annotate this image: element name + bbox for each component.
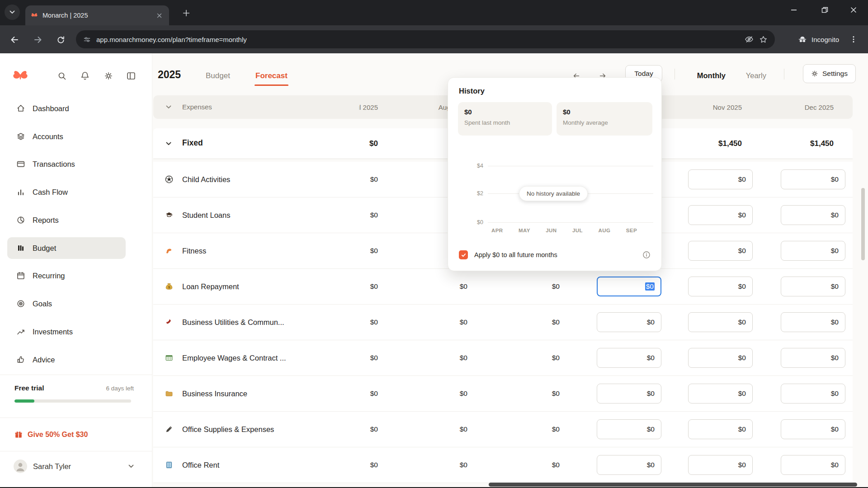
budget-input-dec[interactable]: $0 xyxy=(781,348,845,368)
budget-input-oct[interactable]: $0 xyxy=(597,455,661,475)
budget-input-oct[interactable]: $0 xyxy=(597,312,661,332)
sidebar-item-reports[interactable]: Reports xyxy=(7,209,126,231)
settings-button[interactable]: Settings xyxy=(803,64,856,83)
table-row-office-supplies: Office Supplies & Expenses $0 $0 $0 $0 $… xyxy=(153,412,853,447)
sidebar-item-advice[interactable]: Advice xyxy=(7,349,126,371)
new-tab-button[interactable] xyxy=(180,7,193,19)
stat-label: Monthly average xyxy=(563,119,646,126)
horizontal-scrollbar-thumb[interactable] xyxy=(489,483,857,487)
sidebar-toggle-icon[interactable] xyxy=(126,70,137,81)
apply-checkbox-checked[interactable] xyxy=(459,250,468,259)
sidebar-item-label: Cash Flow xyxy=(33,188,68,197)
gear-icon[interactable] xyxy=(103,70,114,81)
collapse-expenses-chevron-icon[interactable] xyxy=(166,105,171,109)
cell-jul: $0 xyxy=(370,389,378,398)
budget-input-nov[interactable]: $0 xyxy=(688,169,753,189)
budget-input-nov[interactable]: $0 xyxy=(688,419,753,439)
cell-aug: $0 xyxy=(460,461,467,469)
cell-jul: $0 xyxy=(370,318,378,326)
window-restore-button[interactable] xyxy=(812,0,837,20)
incognito-badge: Incognito xyxy=(797,25,839,53)
sidebar-item-investments[interactable]: Investments xyxy=(7,321,126,343)
url-text: app.monarchmoney.com/plan?timeframe=mont… xyxy=(96,36,739,43)
search-icon[interactable] xyxy=(57,70,67,81)
budget-input-dec[interactable]: $0 xyxy=(781,277,845,296)
info-icon[interactable] xyxy=(642,251,651,259)
budget-input-oct[interactable]: $0 xyxy=(597,419,661,439)
forward-button[interactable] xyxy=(33,34,43,45)
tab-search-button[interactable] xyxy=(5,5,20,20)
notifications-bell-icon[interactable] xyxy=(80,70,90,81)
divider xyxy=(0,451,152,451)
budget-input-oct-focused[interactable]: $0 xyxy=(597,277,661,296)
pie-chart-icon xyxy=(16,216,25,225)
cell-value: $0 xyxy=(647,389,655,398)
reload-button[interactable] xyxy=(55,34,66,45)
budget-input-nov[interactable]: $0 xyxy=(688,455,753,475)
user-chevron-down-icon[interactable] xyxy=(128,465,134,468)
budget-input-dec[interactable]: $0 xyxy=(781,384,845,404)
budget-input-nov[interactable]: $0 xyxy=(688,312,753,332)
cell-value: $0 xyxy=(647,461,655,469)
cell-aug: $0 xyxy=(460,282,467,291)
browser-menu-button[interactable] xyxy=(848,34,859,45)
x-tick: MAY xyxy=(519,228,530,233)
x-tick: AUG xyxy=(598,228,610,233)
budget-input-dec[interactable]: $0 xyxy=(781,455,845,475)
eye-off-icon[interactable] xyxy=(745,35,754,44)
y-tick: $0 xyxy=(462,219,483,225)
site-settings-icon[interactable] xyxy=(83,36,91,43)
cell-jul: $0 xyxy=(370,175,378,183)
sidebar-item-accounts[interactable]: Accounts xyxy=(7,126,126,147)
sidebar-item-recurring[interactable]: Recurring xyxy=(7,265,126,286)
bookmark-star-icon[interactable] xyxy=(759,35,768,44)
table-row-business-insurance: Business Insurance $0 $0 $0 $0 $0 $0 xyxy=(153,376,853,412)
cell-jul: $0 xyxy=(370,461,378,469)
address-bar[interactable]: app.monarchmoney.com/plan?timeframe=mont… xyxy=(76,30,775,48)
sidebar-item-label: Accounts xyxy=(33,132,63,141)
budget-input-nov[interactable]: $0 xyxy=(688,384,753,404)
budget-input-dec[interactable]: $0 xyxy=(781,312,845,332)
collapse-fixed-chevron-icon[interactable] xyxy=(166,142,171,145)
sidebar-item-transactions[interactable]: Transactions xyxy=(7,153,126,175)
trend-up-icon xyxy=(16,327,25,336)
user-menu[interactable]: Sarah Tyler xyxy=(14,458,71,474)
trial-info: Free trial 6 days left xyxy=(14,384,134,392)
back-button[interactable] xyxy=(9,34,20,45)
budget-input-nov[interactable]: $0 xyxy=(688,241,753,261)
browser-tabstrip: Monarch | 2025 xyxy=(0,0,868,25)
cell-aug: $0 xyxy=(460,318,467,326)
sidebar-item-budget[interactable]: Budget xyxy=(7,237,126,259)
pen-icon xyxy=(165,425,173,433)
view-toggle-monthly[interactable]: Monthly xyxy=(697,71,726,80)
budget-input-nov[interactable]: $0 xyxy=(688,205,753,225)
tab-budget[interactable]: Budget xyxy=(206,71,230,80)
cell-sep: $0 xyxy=(552,282,560,291)
y-tick: $4 xyxy=(462,163,483,169)
window-minimize-button[interactable] xyxy=(781,0,807,20)
budget-input-nov[interactable]: $0 xyxy=(688,277,753,296)
tab-forecast[interactable]: Forecast xyxy=(255,71,288,80)
x-tick: JUN xyxy=(546,228,557,233)
referral-label: Give 50% Get $30 xyxy=(28,431,88,439)
budget-input-dec[interactable]: $0 xyxy=(781,205,845,225)
sidebar-item-cash-flow[interactable]: Cash Flow xyxy=(7,181,126,203)
window-close-button[interactable] xyxy=(839,0,868,20)
referral-link[interactable]: Give 50% Get $30 xyxy=(14,426,88,444)
category-name: Business Insurance xyxy=(182,389,247,398)
budget-input-dec[interactable]: $0 xyxy=(781,169,845,189)
budget-input-nov[interactable]: $0 xyxy=(688,348,753,368)
budget-input-oct[interactable]: $0 xyxy=(597,384,661,404)
sidebar-item-goals[interactable]: Goals xyxy=(7,293,126,314)
budget-input-dec[interactable]: $0 xyxy=(781,241,845,261)
budget-input-oct[interactable]: $0 xyxy=(597,348,661,368)
bar-chart-icon xyxy=(16,188,25,197)
sidebar-item-dashboard[interactable]: Dashboard xyxy=(7,98,126,119)
view-toggle-yearly[interactable]: Yearly xyxy=(746,71,766,80)
vertical-scrollbar-thumb[interactable] xyxy=(861,188,865,260)
monarch-logo-butterfly-icon[interactable] xyxy=(12,67,29,84)
apply-row: Apply $0 to all future months xyxy=(459,246,651,264)
browser-tab[interactable]: Monarch | 2025 xyxy=(25,5,169,25)
budget-input-dec[interactable]: $0 xyxy=(781,419,845,439)
tab-close-icon[interactable] xyxy=(155,11,164,20)
